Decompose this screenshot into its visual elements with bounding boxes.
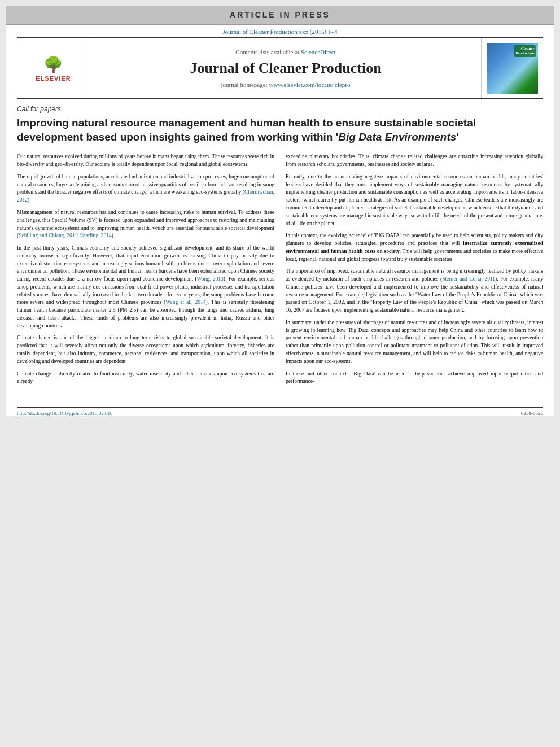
ref-sterner[interactable]: Sterner and Coria, 2011 <box>442 276 495 282</box>
article-content: Call for papers Improving natural resour… <box>6 99 554 401</box>
cover-title-text: CleanerProduction <box>514 45 535 57</box>
elsevier-logo-section: 🌳 ELSEVIER <box>17 38 90 98</box>
col2-p5: In summary, under the pressures of short… <box>286 319 543 366</box>
homepage-link[interactable]: www.elsevier.com/locate/jclepro <box>269 81 350 88</box>
section-label: Call for papers <box>17 105 543 113</box>
journal-homepage-line: journal homepage: www.elsevier.com/locat… <box>221 81 351 88</box>
col2-p2: Recently, due to the accumulating negati… <box>286 173 543 228</box>
elsevier-logo-box: 🌳 ELSEVIER <box>25 51 82 85</box>
elsevier-label: ELSEVIER <box>36 75 71 82</box>
left-column: Our natural resources evolved during mil… <box>17 153 274 390</box>
col1-p5: Climate change is one of the biggest med… <box>17 334 274 365</box>
issn-text: 0959-6526 <box>521 410 543 416</box>
journal-reference-line: Journal of Cleaner Production xxx (2015)… <box>6 25 554 37</box>
article-title: Improving natural resource management an… <box>17 116 543 144</box>
ref-schilling[interactable]: Schilling and Chiang, 2011; Sparling, 20… <box>19 233 112 238</box>
bold-text: internalize currently externalized envir… <box>286 241 543 254</box>
journal-title-section: Contents lists available at ScienceDirec… <box>90 38 481 98</box>
article-in-press-banner: ARTICLE IN PRESS <box>6 6 554 25</box>
col2-p6: In these and other contexts, 'Big Data' … <box>286 370 543 386</box>
journal-header: 🌳 ELSEVIER Contents lists available at S… <box>17 37 543 99</box>
sciencedirect-label: Contents lists available at <box>235 49 299 55</box>
ref-cherniwchan[interactable]: Cherniwchan, 2012 <box>17 189 274 203</box>
col1-p4: In the past thirty years, China's econom… <box>17 244 274 330</box>
col2-p3: In this context, the evolving 'science' … <box>286 232 543 263</box>
col1-p6: Climate change is directly related to fo… <box>17 370 274 386</box>
ref-wong[interactable]: Wong, 2013 <box>197 276 224 282</box>
right-column: exceeding planetary boundaries. Thus, cl… <box>286 153 543 390</box>
sciencedirect-line: Contents lists available at ScienceDirec… <box>235 49 335 55</box>
col1-p3: Mismanagement of natural resources has a… <box>17 209 274 240</box>
doi-link[interactable]: http://dx.doi.org/10.1016/j.jclepro.2015… <box>17 410 113 416</box>
page: ARTICLE IN PRESS Journal of Cleaner Prod… <box>6 6 554 416</box>
journal-cover-section: CleanerProduction <box>481 38 543 98</box>
banner-text: ARTICLE IN PRESS <box>230 10 330 19</box>
sciencedirect-link[interactable]: ScienceDirect <box>301 49 336 55</box>
col2-p4: The importance of improved, sustainable … <box>286 268 543 314</box>
col1-p1: Our natural resources evolved during mil… <box>17 153 274 169</box>
article-footer: http://dx.doi.org/10.1016/j.jclepro.2015… <box>17 407 543 416</box>
col2-p1: exceeding planetary boundaries. Thus, cl… <box>286 153 543 169</box>
homepage-label: journal homepage: <box>221 81 268 88</box>
journal-ref-text: Journal of Cleaner Production xxx (2015)… <box>223 28 338 35</box>
elsevier-tree-icon: 🌳 <box>43 55 63 74</box>
article-columns: Our natural resources evolved during mil… <box>17 153 543 390</box>
col1-p2: The rapid growth of human populations, a… <box>17 173 274 204</box>
journal-main-title: Journal of Cleaner Production <box>190 60 381 77</box>
ref-wang[interactable]: Wang et al., 2014 <box>165 299 205 305</box>
journal-cover-image: CleanerProduction <box>487 43 538 94</box>
